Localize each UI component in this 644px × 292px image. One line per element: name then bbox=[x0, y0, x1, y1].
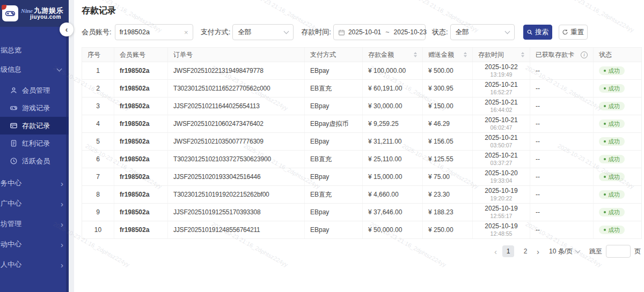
cell-time: 2025-10-2213:19:49 bbox=[473, 62, 530, 79]
cell-card: -- bbox=[530, 98, 594, 115]
status-badge: 成功 bbox=[599, 119, 625, 128]
cell-time: 2025-10-1912:55:17 bbox=[473, 204, 530, 221]
cell-amount: ¥ 50,000.00 bbox=[363, 221, 423, 238]
cell-order: JWSF202510221319498479778 bbox=[168, 62, 305, 79]
cell-account: fr198502a bbox=[114, 151, 168, 168]
cell-payment: EB直充 bbox=[305, 151, 363, 168]
cell-card: -- bbox=[530, 80, 594, 97]
info-icon[interactable]: i bbox=[581, 51, 588, 58]
cell-bonus: ¥ 23.30 bbox=[423, 186, 473, 203]
col-time[interactable]: 存款时间 bbox=[473, 48, 530, 62]
date-range-picker[interactable]: 2025-10-01 ~ 2025-10-23 bbox=[333, 24, 426, 40]
cell-account: fr198502a bbox=[114, 80, 168, 97]
sidebar-collapse-button[interactable]: ‹ bbox=[60, 23, 74, 36]
time-label: 存款时间: bbox=[301, 27, 331, 37]
payment-select[interactable]: 全部 bbox=[232, 24, 294, 40]
prev-page-icon[interactable]: ‹ bbox=[494, 248, 497, 256]
clear-icon[interactable]: × bbox=[184, 28, 188, 36]
sidebar-subitem[interactable]: 红利记录 bbox=[0, 134, 69, 152]
account-value: fr198502a bbox=[120, 28, 150, 36]
cell-payment: EBpay bbox=[305, 221, 363, 238]
cell-bonus: ¥ 188.23 bbox=[423, 204, 473, 221]
pagination: ‹ 12 › 10 条/页 跳至 页 bbox=[82, 245, 642, 258]
table-body: 1 fr198502a JWSF202510221319498479778 EB… bbox=[82, 62, 641, 239]
sidebar-subitem[interactable]: 游戏记录 bbox=[0, 99, 69, 117]
chevron-right-icon: › bbox=[61, 179, 63, 188]
cell-bonus: ¥ 300.95 bbox=[423, 80, 473, 97]
table-row: 7 fr198502a JJSF202510201933042516446 EB… bbox=[82, 168, 641, 186]
cell-time: 2025-10-1912:48:55 bbox=[473, 221, 530, 238]
filter-bar: 会员账号: fr198502a × 支付方式: 全部 存款时间: 2025-10… bbox=[82, 24, 642, 40]
gamepad-logo-icon bbox=[2, 5, 18, 21]
chevron-right-icon: › bbox=[61, 261, 63, 269]
account-input[interactable]: fr198502a × bbox=[115, 24, 193, 40]
page-number-1[interactable]: 1 bbox=[502, 245, 514, 257]
cell-order: JWSF202510210602473476402 bbox=[168, 115, 305, 132]
cell-account: fr198502a bbox=[114, 115, 168, 132]
jump-label: 跳至 bbox=[589, 247, 602, 256]
sidebar-subitem[interactable]: 存款记录 bbox=[0, 117, 69, 134]
cell-payment: EBpay bbox=[305, 204, 363, 221]
sort-icon[interactable] bbox=[414, 52, 417, 57]
cell-bonus: ¥ 156.05 bbox=[423, 133, 473, 150]
cell-card: -- bbox=[530, 204, 594, 221]
cell-order: JJSF202510211644025654113 bbox=[168, 98, 305, 115]
cell-bonus: ¥ 150.00 bbox=[423, 98, 473, 115]
page-number-2[interactable]: 2 bbox=[519, 245, 531, 257]
cell-time: 2025-10-1919:20:22 bbox=[473, 186, 530, 203]
reset-button[interactable]: 重置 bbox=[559, 25, 588, 40]
table-row: 1 fr198502a JWSF202510221319498479778 EB… bbox=[82, 62, 641, 80]
status-badge: 成功 bbox=[599, 84, 625, 93]
chevron-down-icon bbox=[57, 66, 62, 72]
sidebar-group-item[interactable]: 务中心 › bbox=[0, 173, 69, 193]
cell-account: fr198502a bbox=[114, 204, 168, 221]
cell-order: T302301251021033727530623900 bbox=[168, 151, 305, 168]
sort-icon[interactable] bbox=[464, 52, 467, 57]
sidebar-group-item[interactable]: 广中心 › bbox=[0, 193, 69, 214]
table-row: 4 fr198502a JWSF202510210602473476402 EB… bbox=[82, 115, 641, 133]
cell-time: 2025-10-2103:37:27 bbox=[473, 151, 530, 168]
cell-payment: EBpay bbox=[305, 168, 363, 185]
sidebar-subitem[interactable]: 会员管理 bbox=[0, 81, 69, 99]
cell-card: -- bbox=[530, 151, 594, 168]
jump-page-input[interactable] bbox=[606, 245, 631, 258]
cell-card: -- bbox=[530, 186, 594, 203]
sidebar-group-item[interactable]: 人中心 › bbox=[0, 254, 69, 275]
sidebar-group-item[interactable]: 动中心 › bbox=[0, 234, 69, 254]
cell-payment: EBpay bbox=[305, 98, 363, 115]
cell-bonus: ¥ 125.55 bbox=[423, 151, 473, 168]
cell-order: JJSF202510201933042516446 bbox=[168, 168, 305, 185]
chevron-down-icon bbox=[284, 29, 289, 34]
status-badge: 成功 bbox=[599, 208, 625, 216]
sidebar-group-info[interactable]: 级信息 bbox=[0, 60, 69, 79]
status-badge: 成功 bbox=[599, 66, 625, 75]
user-icon bbox=[10, 86, 18, 94]
chevron-right-icon: › bbox=[61, 241, 63, 249]
cell-card: -- bbox=[530, 221, 594, 238]
card-icon bbox=[10, 122, 18, 130]
sidebar-subitem[interactable]: 活跃会员 bbox=[0, 152, 69, 170]
search-button[interactable]: 搜索 bbox=[523, 25, 552, 40]
cell-account: fr198502a bbox=[114, 186, 168, 203]
date-end: 2025-10-23 bbox=[394, 28, 427, 36]
page-size-select[interactable]: 10 条/页 bbox=[549, 247, 580, 256]
main-content: 存款记录 会员账号: fr198502a × 支付方式: 全部 存款时间: 20… bbox=[74, 0, 644, 292]
table-row: 8 fr198502a T30230125101919202215262bf00… bbox=[82, 186, 641, 204]
col-amount[interactable]: 存款金额 bbox=[363, 48, 423, 62]
sort-icon[interactable] bbox=[521, 52, 524, 57]
sidebar-group-item[interactable]: 坊管理 › bbox=[0, 214, 69, 234]
cell-amount: ¥ 9,259.25 bbox=[363, 115, 423, 132]
logo-domain: jiuyou.com bbox=[30, 14, 64, 20]
status-badge: 成功 bbox=[599, 226, 625, 234]
chevron-down-icon bbox=[575, 248, 581, 253]
status-badge: 成功 bbox=[599, 190, 625, 199]
cell-payment: EB直充 bbox=[305, 80, 363, 97]
sidebar-item-overview[interactable]: 据总览 bbox=[0, 41, 69, 60]
cell-amount: ¥ 100,000.00 bbox=[363, 62, 423, 79]
next-page-icon[interactable]: › bbox=[537, 248, 539, 256]
cell-amount: ¥ 15,000.00 bbox=[363, 168, 423, 185]
cell-bonus: ¥ 75.00 bbox=[423, 168, 473, 185]
col-bonus[interactable]: 赠送金额 bbox=[423, 48, 473, 62]
cell-order: JJSF202510191248556764211 bbox=[168, 221, 305, 238]
status-select[interactable]: 全部 bbox=[450, 24, 515, 40]
